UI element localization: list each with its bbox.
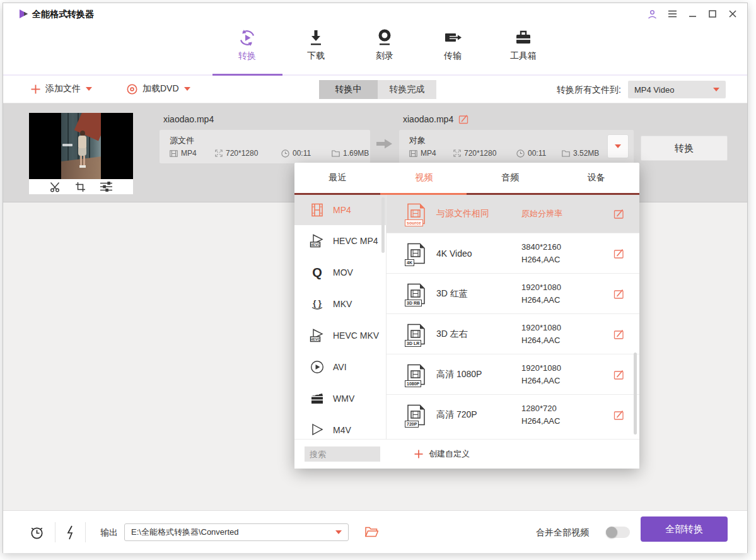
preset-codec: H264,AAC — [521, 334, 603, 347]
preset-hd-720p[interactable]: 720P 高清 720P 1280*720 H264,AAC — [387, 394, 639, 435]
menu-icon[interactable] — [666, 8, 678, 20]
merge-videos-label: 合并全部视频 — [536, 527, 589, 539]
convert-all-button[interactable]: 全部转换 — [641, 516, 728, 542]
preset-doc-icon: 720P — [407, 404, 426, 426]
preset-badge: 1080P — [405, 380, 421, 387]
format-item-mp4[interactable]: MP4 — [294, 195, 386, 225]
triangle-icon — [310, 423, 325, 438]
source-panel-title: 源文件 — [170, 135, 194, 146]
mp4-filmstrip-icon — [310, 202, 325, 218]
tab-download[interactable]: 下载 — [291, 27, 341, 62]
preset-3d-red-blue[interactable]: 3D RB 3D 红蓝 1920*1080 H264,AAC — [387, 273, 639, 313]
output-label: 输出 — [100, 527, 118, 539]
resolution-icon — [215, 149, 223, 157]
preset-resolution: 1920*1080 — [521, 362, 603, 375]
preset-name: 高清 1080P — [436, 369, 521, 380]
edit-preset-icon[interactable] — [614, 288, 624, 299]
preset-name: 4K Video — [436, 248, 521, 259]
create-custom-button[interactable]: 创建自定义 — [414, 448, 470, 460]
preset-list-scrollbar[interactable] — [634, 353, 637, 435]
resolution-icon — [453, 149, 461, 157]
separator — [55, 522, 55, 542]
plus-icon — [414, 450, 423, 458]
maximize-button[interactable] — [707, 8, 718, 20]
preset-codec: H264,AAC — [521, 415, 603, 428]
tab-convert-label: 转换 — [222, 50, 272, 62]
edit-preset-icon[interactable] — [614, 209, 624, 219]
tab-burn[interactable]: 刻录 — [359, 27, 410, 62]
source-info-panel: 源文件 MP4 720*1280 — [160, 130, 370, 163]
edit-preset-icon[interactable] — [614, 329, 624, 339]
effects-sliders-icon[interactable] — [100, 182, 113, 192]
preset-3d-left-right[interactable]: 3D LR 3D 左右 1920*1080 H264,AAC — [387, 313, 639, 354]
app-title: 全能格式转换器 — [32, 9, 94, 20]
format-item-avi[interactable]: AVI — [294, 351, 386, 383]
schedule-clock-icon[interactable] — [30, 525, 44, 540]
add-files-button[interactable]: 添加文件 — [31, 83, 92, 95]
create-custom-label: 创建自定义 — [429, 448, 470, 460]
trim-icon[interactable] — [50, 182, 61, 192]
load-dvd-button[interactable]: 加载DVD — [127, 83, 190, 95]
format-item-mov[interactable]: Q MOV — [294, 257, 386, 288]
open-output-folder-icon[interactable] — [365, 527, 378, 537]
popup-tab-video[interactable]: 视频 — [381, 163, 467, 193]
preset-same-as-source[interactable]: source 与源文件相同 原始分辨率 — [387, 195, 639, 233]
hevc-play-icon: HEVC — [310, 233, 325, 248]
preset-list: source 与源文件相同 原始分辨率 — [387, 195, 639, 439]
toggle-knob — [606, 527, 617, 538]
format-item-label: MP4 — [333, 205, 351, 215]
output-format-select[interactable]: MP4 Video — [628, 81, 726, 98]
format-item-label: AVI — [333, 362, 347, 372]
tab-convert[interactable]: 转换 — [222, 27, 272, 62]
tab-toolbox[interactable]: 工具箱 — [498, 27, 549, 62]
folder-icon — [332, 150, 340, 157]
matroska-icon: { } — [310, 296, 325, 312]
video-thumbnail[interactable] — [29, 113, 133, 179]
format-item-wmv[interactable]: WMV — [294, 383, 386, 414]
edit-preset-icon[interactable] — [614, 248, 624, 259]
quicktime-q-icon: Q — [310, 265, 325, 280]
tab-transfer[interactable]: 传输 — [427, 27, 478, 62]
rename-edit-icon[interactable] — [458, 114, 468, 124]
merge-videos-toggle[interactable] — [606, 527, 630, 538]
source-format: MP4 — [170, 149, 215, 158]
format-item-label: WMV — [333, 394, 354, 404]
tab-toolbox-label: 工具箱 — [498, 50, 549, 62]
format-picker-popup: 最近 视频 音频 设备 MP4 — [294, 163, 639, 469]
crop-icon[interactable] — [75, 182, 86, 192]
account-icon[interactable] — [646, 8, 658, 20]
hevc-play-icon: HEVC — [310, 328, 325, 343]
format-item-hevc-mkv[interactable]: HEVC HEVC MKV — [294, 320, 386, 351]
edit-preset-icon[interactable] — [614, 409, 624, 420]
format-item-mkv[interactable]: { } MKV — [294, 288, 386, 320]
target-info-panel: 对象 MP4 720*1280 — [399, 130, 634, 163]
minimize-button[interactable] — [687, 8, 698, 20]
edit-preset-icon[interactable] — [614, 369, 624, 380]
search-input[interactable] — [305, 446, 380, 462]
tab-finished[interactable]: 转换完成 — [378, 80, 436, 99]
preset-badge: 3D RB — [405, 300, 422, 306]
format-list-scrollbar[interactable] — [381, 197, 385, 253]
svg-text:{ }: { } — [313, 298, 322, 308]
bottombar: 输出 E:\全能格式转换器\Converted 合并全部视频 全部转换 — [3, 510, 747, 553]
preset-codec: H264,AAC — [521, 294, 603, 306]
preset-hd-1080p[interactable]: 1080P 高清 1080P 1920*1080 H264,AAC — [387, 354, 639, 394]
target-duration: 00:11 — [516, 149, 562, 158]
format-list: MP4 HEVC HEVC MP4 Q MOV — [294, 195, 387, 439]
output-path-select[interactable]: E:\全能格式转换器\Converted — [124, 523, 349, 541]
format-item-m4v[interactable]: M4V — [294, 414, 386, 439]
preset-4k-video[interactable]: 4K 4K Video 3840*2160 H264,AAC — [387, 233, 639, 273]
format-item-hevc-mp4[interactable]: HEVC HEVC MP4 — [294, 225, 386, 257]
convert-button[interactable]: 转换 — [641, 136, 728, 161]
popup-tab-audio[interactable]: 音频 — [467, 163, 554, 193]
preset-resolution: 原始分辨率 — [521, 207, 603, 220]
popup-tab-recent[interactable]: 最近 — [294, 163, 381, 193]
tab-converting[interactable]: 转换中 — [319, 80, 378, 99]
hardware-accel-icon[interactable] — [66, 525, 75, 540]
clock-icon — [516, 149, 525, 158]
popup-tab-device[interactable]: 设备 — [553, 163, 639, 193]
preset-resolution: 1920*1080 — [521, 322, 603, 334]
app-logo-icon — [18, 9, 29, 19]
target-format-dropdown-button[interactable] — [607, 134, 629, 158]
close-button[interactable] — [727, 8, 738, 20]
